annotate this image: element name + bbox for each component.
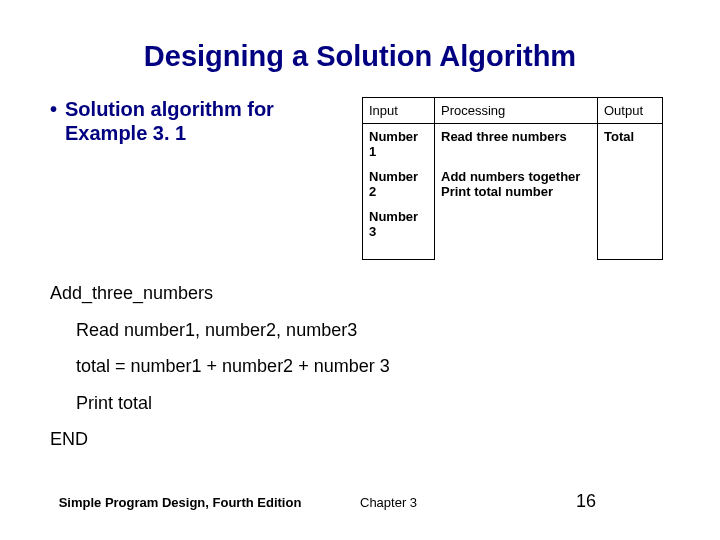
cell-processing: Add numbers together Print total number xyxy=(435,164,598,260)
slide: Designing a Solution Algorithm • Solutio… xyxy=(0,0,720,540)
algo-name: Add_three_numbers xyxy=(50,282,670,305)
footer-chapter: Chapter 3 xyxy=(360,495,576,510)
bullet-text: Solution algorithm for Example 3. 1 xyxy=(65,97,340,145)
table-row: Number 2 Add numbers together Print tota… xyxy=(363,164,663,204)
footer-book-title: Simple Program Design, Fourth Edition xyxy=(0,495,360,510)
cell-proc-line2: Print total number xyxy=(441,184,553,199)
th-output: Output xyxy=(598,98,663,124)
footer: Simple Program Design, Fourth Edition Ch… xyxy=(0,491,720,512)
bullet-dot-icon: • xyxy=(50,97,57,121)
algo-step: Print total xyxy=(76,392,670,415)
cell-output xyxy=(598,164,663,204)
slide-title: Designing a Solution Algorithm xyxy=(50,40,670,73)
algo-step: Read number1, number2, number3 xyxy=(76,319,670,342)
table-header-row: Input Processing Output xyxy=(363,98,663,124)
cell-proc-line1: Add numbers together xyxy=(441,169,580,184)
algorithm-block: Add_three_numbers Read number1, number2,… xyxy=(50,282,670,451)
content-row: • Solution algorithm for Example 3. 1 In… xyxy=(50,97,670,260)
cell-output: Total xyxy=(598,124,663,165)
ipo-table: Input Processing Output Number 1 Read th… xyxy=(362,97,663,260)
algo-end: END xyxy=(50,428,670,451)
cell-processing: Read three numbers xyxy=(435,124,598,165)
bullet-item: • Solution algorithm for Example 3. 1 xyxy=(50,97,340,145)
cell-input: Number 2 xyxy=(363,164,435,204)
algo-step: total = number1 + number2 + number 3 xyxy=(76,355,670,378)
th-input: Input xyxy=(363,98,435,124)
table-row: Number 1 Read three numbers Total xyxy=(363,124,663,165)
cell-input: Number 1 xyxy=(363,124,435,165)
footer-page-number: 16 xyxy=(576,491,720,512)
cell-output xyxy=(598,204,663,260)
th-processing: Processing xyxy=(435,98,598,124)
cell-input: Number 3 xyxy=(363,204,435,260)
